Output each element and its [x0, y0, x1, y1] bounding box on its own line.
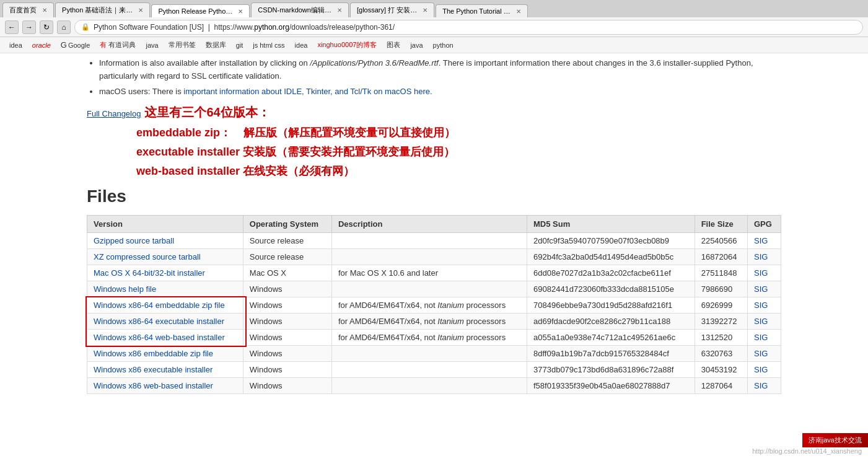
bookmark-idea-1[interactable]: idea [5, 40, 27, 50]
bookmark-google[interactable]: G Google [56, 39, 95, 51]
tab-python-release[interactable]: Python Release Pytho… ✕ [151, 4, 250, 17]
bookmark-java-1[interactable]: java [141, 40, 162, 50]
bookmark-java-2[interactable]: java [406, 40, 427, 50]
gpg-link[interactable]: SIG [754, 333, 768, 342]
tab-python-basics[interactable]: Python 基础语法｜来… ✕ [55, 2, 150, 17]
gpg-link[interactable]: SIG [754, 365, 768, 374]
gpg-link[interactable]: SIG [754, 381, 768, 390]
bookmark-chart[interactable]: 图表 [382, 39, 405, 51]
table-row: Windows x86 executable installerWindows3… [87, 362, 781, 378]
version-link[interactable]: Gzipped source tarball [94, 236, 174, 245]
bookmark-xinghuo[interactable]: xinghuo0007的博客 [313, 39, 381, 51]
cell-size: 1287064 [695, 378, 747, 394]
gpg-link[interactable]: SIG [754, 236, 768, 245]
version-link[interactable]: Mac OS X 64-bit/32-bit installer [94, 268, 205, 278]
browser-tabs: 百度首页 ✕ Python 基础语法｜来… ✕ Python Release P… [0, 0, 868, 17]
table-row: Mac OS X 64-bit/32-bit installerMac OS X… [87, 265, 781, 281]
gpg-link[interactable]: SIG [754, 284, 768, 294]
cell-md5: 6dd08e7027d2a1b3a2c02cfacbe611ef [527, 265, 695, 281]
cell-desc [331, 346, 527, 362]
version-link[interactable]: Windows x86 embeddable zip file [94, 349, 213, 358]
bookmark-jshtmlcss[interactable]: js html css [248, 40, 289, 50]
version-link[interactable]: Windows x86 executable installer [94, 365, 213, 374]
files-section: Files Version Operating System Descripti… [0, 187, 868, 394]
col-os: Operating System [243, 216, 331, 233]
cell-md5: 3773db079c173bd6d8a631896c72a88f [527, 362, 695, 378]
bookmark-db[interactable]: 数据库 [201, 39, 230, 51]
cell-md5: 8dff09a1b19b7a7dcb915765328484cf [527, 346, 695, 362]
version-link[interactable]: Windows help file [94, 284, 156, 294]
cell-version: Gzipped source tarball [87, 233, 243, 249]
info-line-1: Information is also available after inst… [99, 57, 781, 83]
address-bar: ← → ↻ ⌂ 🔒 Python Software Foundation [US… [0, 17, 868, 37]
cell-version: XZ compressed source tarball [87, 249, 243, 265]
bookmark-youdao[interactable]: 有 有道词典 [95, 39, 140, 51]
gpg-link[interactable]: SIG [754, 252, 768, 261]
bookmark-common[interactable]: 常用书签 [164, 39, 200, 51]
table-row: Windows help fileWindows69082441d723060f… [87, 281, 781, 297]
table-row: Windows x86-64 embeddable zip fileWindow… [87, 297, 781, 314]
cell-gpg: SIG [747, 265, 781, 281]
cell-desc [331, 233, 527, 249]
tab-csdn[interactable]: CSDN-markdown编辑… ✕ [251, 2, 349, 17]
version-link[interactable]: Windows x86-64 embeddable zip file [94, 301, 225, 310]
bookmark-git[interactable]: git [232, 40, 248, 50]
cell-gpg: SIG [747, 233, 781, 249]
version-link[interactable]: Windows x86-64 executable installer [94, 317, 224, 326]
info-section: Information is also available after inst… [0, 53, 868, 104]
cell-desc [331, 378, 527, 394]
macos-info-link[interactable]: important information about IDLE, Tkinte… [183, 87, 430, 96]
cell-os: Mac OS X [243, 265, 331, 281]
cell-gpg: SIG [747, 297, 781, 314]
full-changelog-link[interactable]: Full Changelog [87, 109, 141, 118]
gpg-link[interactable]: SIG [754, 268, 768, 278]
cell-md5: 2d0fc9f3a5940707590e07f03ecb08b9 [527, 233, 695, 249]
cell-os: Windows [243, 362, 331, 378]
address-field[interactable]: 🔒 Python Software Foundation [US] | http… [74, 20, 863, 35]
annotation-line2: embeddable zip： 解压版（解压配置环境变量可以直接使用） [136, 123, 781, 143]
cell-version: Mac OS X 64-bit/32-bit installer [87, 265, 243, 281]
cell-md5: ad69fdacde90f2ce8286c279b11ca188 [527, 314, 695, 330]
close-icon[interactable]: ✕ [337, 7, 342, 14]
back-button[interactable]: ← [5, 20, 19, 34]
cell-size: 22540566 [695, 233, 747, 249]
refresh-button[interactable]: ↻ [40, 20, 53, 34]
cell-desc [331, 362, 527, 378]
home-button[interactable]: ⌂ [57, 20, 71, 34]
cell-version: Windows x86 executable installer [87, 362, 243, 378]
cell-size: 16872064 [695, 249, 747, 265]
cell-version: Windows x86 web-based installer [87, 378, 243, 394]
cell-os: Windows [243, 281, 331, 297]
table-header-row: Version Operating System Description MD5… [87, 216, 781, 233]
gpg-link[interactable]: SIG [754, 349, 768, 358]
tab-label: CSDN-markdown编辑… [258, 6, 331, 14]
bookmark-oracle[interactable]: oracle [28, 40, 55, 50]
gpg-link[interactable]: SIG [754, 301, 768, 310]
close-icon[interactable]: ✕ [42, 7, 47, 14]
col-desc: Description [331, 216, 527, 233]
gpg-link[interactable]: SIG [754, 317, 768, 326]
cell-desc [331, 281, 527, 297]
tab-glossary[interactable]: [glossary] 打 安装… ✕ [350, 2, 434, 17]
col-size: File Size [695, 216, 747, 233]
version-link[interactable]: Windows x86-64 web-based installer [94, 333, 225, 342]
bookmark-python[interactable]: python [429, 40, 458, 50]
version-link[interactable]: XZ compressed source tarball [94, 252, 201, 261]
close-icon[interactable]: ✕ [238, 8, 243, 15]
url-text: https://www.python.org/downloads/release… [214, 23, 395, 32]
tab-baidu[interactable]: 百度首页 ✕ [2, 2, 54, 17]
cell-gpg: SIG [747, 346, 781, 362]
bookmarks-bar: idea oracle G Google 有 有道词典 java 常用书签 数据… [0, 37, 868, 53]
info-line-2: macOS users: There is important informat… [99, 86, 781, 99]
bookmark-idea-2[interactable]: idea [291, 40, 312, 50]
page-content: Information is also available after inst… [0, 53, 868, 406]
cell-md5: 69082441d723060fb333dcda8815105e [527, 281, 695, 297]
forward-button[interactable]: → [22, 20, 36, 34]
close-icon[interactable]: ✕ [138, 7, 143, 14]
version-link[interactable]: Windows x86 web-based installer [94, 381, 213, 390]
tab-python-tutorial[interactable]: The Python Tutorial … ✕ [436, 4, 528, 17]
close-icon[interactable]: ✕ [516, 8, 521, 15]
cell-gpg: SIG [747, 330, 781, 346]
close-icon[interactable]: ✕ [423, 7, 427, 14]
cell-version: Windows x86-64 embeddable zip file [87, 297, 243, 314]
